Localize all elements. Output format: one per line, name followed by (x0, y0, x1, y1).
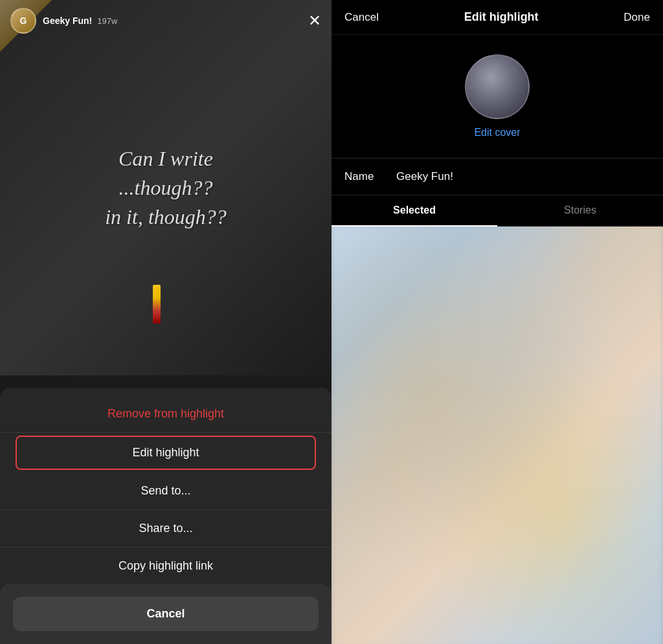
edit-cover-button[interactable]: Edit cover (474, 127, 520, 139)
name-label: Name (344, 170, 396, 183)
story-background (0, 0, 332, 375)
edit-highlight-button[interactable]: Edit highlight (16, 436, 316, 470)
story-texture (0, 0, 332, 375)
cover-section: Edit cover (332, 35, 663, 159)
close-icon[interactable]: ✕ (308, 12, 321, 30)
header-done-button[interactable]: Done (624, 11, 650, 24)
tabs-section: Selected Stories (332, 195, 663, 227)
story-header: G Geeky Fun! 197w ✕ (0, 0, 332, 41)
name-value[interactable]: Geeky Fun! (396, 170, 650, 183)
story-image: G Geeky Fun! 197w ✕ Can I write...though… (0, 0, 332, 375)
left-panel: G Geeky Fun! 197w ✕ Can I write...though… (0, 0, 332, 644)
cover-inner (466, 56, 528, 118)
blurred-overlay (332, 227, 663, 644)
avatar: G (10, 8, 36, 34)
edit-header: Cancel Edit highlight Done (332, 0, 663, 35)
context-menu: Remove from highlight Edit highlight Sen… (0, 388, 332, 592)
copy-highlight-link-button[interactable]: Copy highlight link (0, 548, 332, 584)
cancel-button[interactable]: Cancel (13, 597, 319, 631)
share-to-button[interactable]: Share to... (0, 510, 332, 548)
cancel-bar: Cancel (0, 584, 332, 644)
tab-stories[interactable]: Stories (497, 195, 663, 225)
header-cancel-button[interactable]: Cancel (344, 11, 379, 24)
name-section: Name Geeky Fun! (332, 159, 663, 195)
content-grid (332, 227, 663, 644)
send-to-button[interactable]: Send to... (0, 472, 332, 510)
right-panel: Cancel Edit highlight Done Edit cover Na… (332, 0, 663, 644)
story-time: 197w (97, 16, 117, 26)
remove-from-highlight-button[interactable]: Remove from highlight (0, 395, 332, 433)
cover-image[interactable] (465, 54, 530, 119)
pencil-decoration (153, 285, 161, 324)
tab-selected[interactable]: Selected (332, 195, 497, 225)
edit-highlight-title: Edit highlight (464, 10, 539, 24)
story-username: Geeky Fun! (43, 16, 92, 26)
